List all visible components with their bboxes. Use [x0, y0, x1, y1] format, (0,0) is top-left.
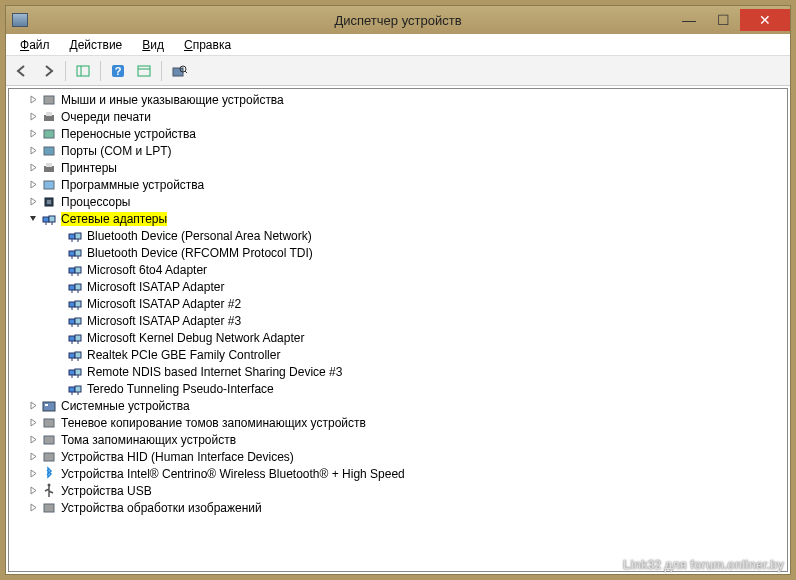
- tree-category[interactable]: Устройства обработки изображений: [9, 499, 787, 516]
- svg-rect-48: [75, 335, 81, 341]
- tree-category[interactable]: Теневое копирование томов запоминающих у…: [9, 414, 787, 431]
- device-category-icon: [41, 483, 57, 499]
- scan-hardware-button[interactable]: [167, 59, 191, 83]
- device-category-icon: [41, 143, 57, 159]
- tree-category-label: Устройства USB: [61, 484, 152, 498]
- svg-rect-67: [44, 453, 54, 461]
- device-category-icon: [41, 415, 57, 431]
- tree-category[interactable]: Принтеры: [9, 159, 787, 176]
- tree-category[interactable]: Тома запоминающих устройств: [9, 431, 787, 448]
- chevron-right-icon[interactable]: [27, 179, 39, 191]
- svg-rect-60: [75, 386, 81, 392]
- svg-rect-11: [46, 112, 52, 116]
- svg-rect-35: [69, 285, 75, 290]
- tree-device-item[interactable]: Remote NDIS based Internet Sharing Devic…: [9, 363, 787, 380]
- tree-device-item[interactable]: Bluetooth Device (RFCOMM Protocol TDI): [9, 244, 787, 261]
- device-icon: [67, 313, 83, 329]
- tree-device-item[interactable]: Microsoft Kernel Debug Network Adapter: [9, 329, 787, 346]
- maximize-button[interactable]: ☐: [706, 9, 740, 31]
- tree-device-label: Microsoft Kernel Debug Network Adapter: [87, 331, 304, 345]
- svg-rect-32: [75, 267, 81, 273]
- tree-category[interactable]: Устройства HID (Human Interface Devices): [9, 448, 787, 465]
- tree-device-label: Microsoft 6to4 Adapter: [87, 263, 207, 277]
- minimize-button[interactable]: —: [672, 9, 706, 31]
- chevron-right-icon[interactable]: [27, 434, 39, 446]
- tree-device-label: Teredo Tunneling Pseudo-Interface: [87, 382, 274, 396]
- tree-device-label: Realtek PCIe GBE Family Controller: [87, 348, 280, 362]
- device-category-icon: [41, 449, 57, 465]
- svg-rect-0: [77, 66, 89, 76]
- device-category-icon: [41, 109, 57, 125]
- svg-rect-66: [44, 436, 54, 444]
- svg-rect-39: [69, 302, 75, 307]
- device-category-icon: [41, 92, 57, 108]
- device-category-icon: [41, 398, 57, 414]
- tree-category[interactable]: Очереди печати: [9, 108, 787, 125]
- device-icon: [67, 381, 83, 397]
- chevron-right-icon[interactable]: [27, 400, 39, 412]
- tree-device-item[interactable]: Microsoft ISATAP Adapter #3: [9, 312, 787, 329]
- window-title: Диспетчер устройств: [334, 13, 461, 28]
- menu-action[interactable]: Действие: [60, 36, 133, 54]
- tree-device-label: Bluetooth Device (RFCOMM Protocol TDI): [87, 246, 313, 260]
- tree-category[interactable]: Процессоры: [9, 193, 787, 210]
- tree-device-item[interactable]: Realtek PCIe GBE Family Controller: [9, 346, 787, 363]
- content-area: Мыши и иные указывающие устройстваОчеред…: [6, 86, 790, 574]
- svg-rect-15: [46, 163, 52, 167]
- svg-rect-23: [69, 234, 75, 239]
- show-hide-tree-button[interactable]: [71, 59, 95, 83]
- svg-rect-4: [138, 66, 150, 76]
- chevron-right-icon[interactable]: [27, 502, 39, 514]
- tree-category[interactable]: Программные устройства: [9, 176, 787, 193]
- tree-category-label: Устройства HID (Human Interface Devices): [61, 450, 294, 464]
- tree-category[interactable]: Порты (COM и LPT): [9, 142, 787, 159]
- chevron-right-icon[interactable]: [27, 162, 39, 174]
- chevron-right-icon[interactable]: [27, 94, 39, 106]
- close-button[interactable]: ✕: [740, 9, 790, 31]
- chevron-right-icon[interactable]: [27, 128, 39, 140]
- tree-device-item[interactable]: Microsoft 6to4 Adapter: [9, 261, 787, 278]
- menu-file[interactable]: Файл: [10, 36, 60, 54]
- device-tree[interactable]: Мыши и иные указывающие устройстваОчеред…: [8, 88, 788, 572]
- forward-button[interactable]: [36, 59, 60, 83]
- tree-device-item[interactable]: Microsoft ISATAP Adapter #2: [9, 295, 787, 312]
- svg-rect-52: [75, 352, 81, 358]
- svg-rect-16: [44, 181, 54, 189]
- back-button[interactable]: [10, 59, 34, 83]
- chevron-right-icon[interactable]: [27, 468, 39, 480]
- chevron-right-icon[interactable]: [27, 485, 39, 497]
- chevron-right-icon[interactable]: [27, 196, 39, 208]
- tree-category[interactable]: Устройства Intel® Centrino® Wireless Blu…: [9, 465, 787, 482]
- tree-category[interactable]: Устройства USB: [9, 482, 787, 499]
- chevron-right-icon[interactable]: [27, 145, 39, 157]
- chevron-right-icon[interactable]: [27, 417, 39, 429]
- svg-rect-59: [69, 387, 75, 392]
- svg-rect-64: [45, 404, 48, 406]
- tree-device-item[interactable]: Microsoft ISATAP Adapter: [9, 278, 787, 295]
- tree-category[interactable]: Системные устройства: [9, 397, 787, 414]
- tree-device-item[interactable]: Teredo Tunneling Pseudo-Interface: [9, 380, 787, 397]
- chevron-right-icon[interactable]: [27, 111, 39, 123]
- tree-category[interactable]: Сетевые адаптеры: [9, 210, 787, 227]
- tree-category[interactable]: Переносные устройства: [9, 125, 787, 142]
- help-button[interactable]: ?: [106, 59, 130, 83]
- menu-view[interactable]: Вид: [132, 36, 174, 54]
- device-category-icon: [41, 432, 57, 448]
- svg-rect-40: [75, 301, 81, 307]
- tree-device-label: Remote NDIS based Internet Sharing Devic…: [87, 365, 342, 379]
- menu-help[interactable]: Справка: [174, 36, 241, 54]
- properties-button[interactable]: [132, 59, 156, 83]
- device-icon: [67, 245, 83, 261]
- chevron-down-icon[interactable]: [27, 213, 39, 225]
- svg-rect-27: [69, 251, 75, 256]
- chevron-right-icon[interactable]: [27, 451, 39, 463]
- tree-category-label: Мыши и иные указывающие устройства: [61, 93, 284, 107]
- tree-category-label: Порты (COM и LPT): [61, 144, 172, 158]
- toolbar: ?: [6, 56, 790, 86]
- tree-device-item[interactable]: Bluetooth Device (Personal Area Network): [9, 227, 787, 244]
- titlebar[interactable]: Диспетчер устройств — ☐ ✕: [6, 6, 790, 34]
- toolbar-separator: [161, 61, 162, 81]
- menubar: Файл Действие Вид Справка: [6, 34, 790, 56]
- tree-category[interactable]: Мыши и иные указывающие устройства: [9, 91, 787, 108]
- tree-device-label: Microsoft ISATAP Adapter: [87, 280, 224, 294]
